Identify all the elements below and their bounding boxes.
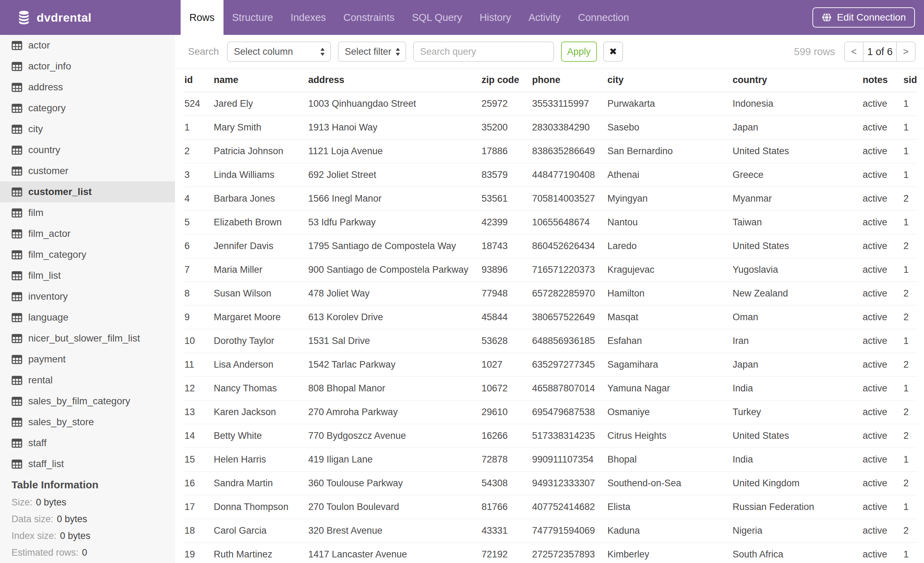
cell-name: Donna Thompson [214, 495, 308, 519]
table-row[interactable]: 16Sandra Martin360 Toulouse Parkway54308… [184, 471, 917, 495]
column-header-address: address [308, 69, 482, 92]
sidebar-item-address[interactable]: address [0, 77, 175, 98]
table-row[interactable]: 4Barbara Jones1566 Inegl Manor5356170581… [184, 187, 917, 210]
sidebar-item-inventory[interactable]: inventory [0, 286, 175, 307]
tab-sql-query[interactable]: SQL Query [403, 0, 471, 35]
table-name-label: inventory [28, 291, 68, 302]
table-name-label: sales_by_film_category [28, 396, 130, 407]
sidebar-item-nicer_but_slower_film_list[interactable]: nicer_but_slower_film_list [0, 328, 175, 349]
table-row[interactable]: 1Mary Smith1913 Hanoi Way352002830338429… [184, 116, 917, 139]
table-row[interactable]: 19Ruth Martinez1417 Lancaster Avenue7219… [184, 542, 917, 563]
table-row[interactable]: 11Lisa Anderson1542 Tarlac Parkway102763… [184, 353, 917, 376]
table-row[interactable]: 2Patricia Johnson1121 Loja Avenue1788683… [184, 139, 917, 163]
sidebar-item-actor[interactable]: actor [0, 35, 175, 56]
cell-country: Myanmar [733, 187, 862, 210]
sidebar-item-staff[interactable]: staff [0, 432, 175, 453]
table-icon [12, 292, 22, 302]
sidebar-item-category[interactable]: category [0, 98, 175, 119]
sidebar-item-film_list[interactable]: film_list [0, 265, 175, 286]
cell-address: 1542 Tarlac Parkway [308, 353, 482, 376]
table-row[interactable]: 18Carol Garcia320 Brest Avenue4333174779… [184, 519, 917, 542]
sidebar-item-film[interactable]: film [0, 202, 175, 223]
cell-zip-code: 53561 [482, 187, 532, 210]
sidebar-item-film_category[interactable]: film_category [0, 244, 175, 265]
sidebar-item-customer[interactable]: customer [0, 161, 175, 182]
table-row[interactable]: 12Nancy Thomas808 Bhopal Manor1067246588… [184, 376, 917, 400]
sidebar-item-sales_by_store[interactable]: sales_by_store [0, 411, 175, 432]
sidebar-item-city[interactable]: city [0, 119, 175, 140]
table-row[interactable]: 14Betty White770 Bydgoszcz Avenue1626651… [184, 424, 917, 447]
sidebar-item-language[interactable]: language [0, 307, 175, 328]
cell-id: 15 [184, 447, 214, 471]
tab-rows[interactable]: Rows [181, 0, 224, 35]
cell-phone: 10655648674 [532, 210, 608, 234]
sidebar-item-actor_info[interactable]: actor_info [0, 56, 175, 77]
cell-notes: active [862, 234, 903, 258]
tab-constraints[interactable]: Constraints [335, 0, 404, 35]
table-row[interactable]: 5Elizabeth Brown53 Idfu Parkway423991065… [184, 210, 917, 234]
previous-page-button[interactable]: < [845, 42, 863, 61]
cell-sid: 2 [903, 519, 917, 542]
cell-phone: 860452626434 [532, 234, 608, 258]
table-information-title: Table Information [0, 476, 175, 494]
sidebar-item-rental[interactable]: rental [0, 370, 175, 391]
cell-city: Yamuna Nagar [608, 376, 733, 400]
sidebar-item-sales_by_film_category[interactable]: sales_by_film_category [0, 391, 175, 411]
filter-select-value: Select filter [345, 47, 392, 57]
cell-id: 16 [184, 471, 214, 495]
tab-activity[interactable]: Activity [520, 0, 569, 35]
cell-name: Margaret Moore [214, 305, 308, 329]
cell-sid: 2 [903, 471, 917, 495]
table-row[interactable]: 15Helen Harris419 Iligan Lane72878990911… [184, 447, 917, 471]
sidebar-item-staff_list[interactable]: staff_list [0, 453, 175, 474]
table-icon [12, 417, 22, 427]
filter-select[interactable]: Select filter [338, 42, 406, 62]
cell-notes: active [862, 139, 903, 163]
info-value: 0 bytes [60, 531, 90, 541]
table-row[interactable]: 17Donna Thompson270 Toulon Boulevard8176… [184, 495, 917, 519]
cell-city: Citrus Heights [608, 424, 733, 447]
table-row[interactable]: 7Maria Miller900 Santiago de Compostela … [184, 258, 917, 281]
clear-search-button[interactable]: ✖ [603, 42, 623, 62]
tab-history[interactable]: History [471, 0, 519, 35]
sidebar-item-payment[interactable]: payment [0, 349, 175, 370]
table-info-row: Estimated rows:0 [0, 544, 175, 561]
cell-address: 1913 Hanoi Way [308, 116, 482, 139]
cell-zip-code: 53628 [482, 329, 532, 353]
table-row[interactable]: 13Karen Jackson270 Amroha Parkway2961069… [184, 400, 917, 424]
edit-connection-button[interactable]: Edit Connection [812, 8, 915, 27]
cell-id: 8 [184, 281, 214, 305]
tab-indexes[interactable]: Indexes [282, 0, 335, 35]
cell-sid: 1 [903, 210, 917, 234]
cell-name: Susan Wilson [214, 281, 308, 305]
table-row[interactable]: 8Susan Wilson478 Joliet Way7794865728228… [184, 281, 917, 305]
cell-sid: 1 [903, 92, 917, 116]
table-row[interactable]: 6Jennifer Davis1795 Santiago de Composte… [184, 234, 917, 258]
table-icon [12, 208, 22, 218]
cell-country: Oman [733, 305, 862, 329]
table-row[interactable]: 10Dorothy Taylor1531 Sal Drive5362864885… [184, 329, 917, 353]
apply-button[interactable]: Apply [561, 42, 597, 62]
table-row[interactable]: 9Margaret Moore613 Korolev Drive45844380… [184, 305, 917, 329]
table-row[interactable]: 524Jared Ely1003 Qinhuangdao Street25972… [184, 92, 917, 116]
cell-address: 808 Bhopal Manor [308, 376, 482, 400]
cell-city: Kaduna [608, 519, 733, 542]
cell-city: Esfahan [608, 329, 733, 353]
sidebar-item-country[interactable]: country [0, 140, 175, 161]
sidebar: actor actor_info address category city c… [0, 35, 175, 563]
sidebar-item-film_actor[interactable]: film_actor [0, 223, 175, 244]
cell-id: 7 [184, 258, 214, 281]
cell-phone: 747791594069 [532, 519, 608, 542]
tab-connection[interactable]: Connection [569, 0, 638, 35]
cell-zip-code: 43331 [482, 519, 532, 542]
column-select-value: Select column [234, 47, 293, 57]
tab-structure[interactable]: Structure [224, 0, 282, 35]
cell-country: Turkey [733, 400, 862, 424]
search-query-input[interactable] [413, 42, 554, 62]
sidebar-item-customer_list[interactable]: customer_list [0, 182, 175, 202]
cell-phone: 407752414682 [532, 495, 608, 519]
column-select[interactable]: Select column [227, 42, 331, 62]
table-row[interactable]: 3Linda Williams692 Joliet Street83579448… [184, 163, 917, 187]
cell-zip-code: 17886 [482, 139, 532, 163]
next-page-button[interactable]: > [897, 42, 915, 61]
